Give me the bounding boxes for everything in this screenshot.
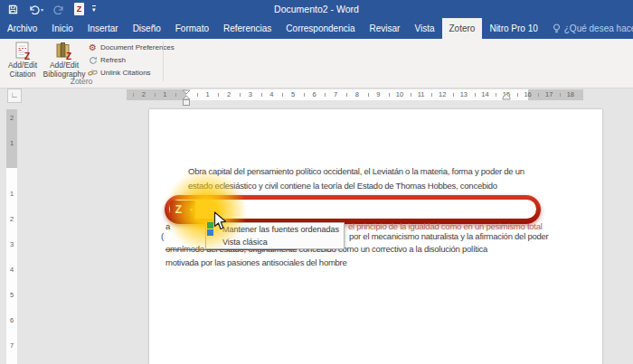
ruler-tick: [325, 93, 326, 97]
button-label: Unlink Citations: [100, 69, 151, 77]
undo-button[interactable]: ▾: [28, 5, 43, 14]
document-text-fragment: el principio de la igualdad como en un p…: [348, 221, 543, 231]
ruler-tick: [411, 93, 411, 97]
tab-archivo[interactable]: Archivo: [0, 18, 44, 39]
ruler-number: 11: [418, 90, 425, 98]
ruler-number: 12: [439, 90, 446, 98]
assist-label: ¿Qué desea hacer?: [564, 23, 633, 33]
ruler-number: 5: [291, 90, 295, 98]
ruler-tick: [133, 93, 134, 97]
document-text-fragment: a: [165, 221, 170, 231]
customize-toolbar-icon[interactable]: ▾: [92, 5, 96, 14]
ribbon-tab-row: ArchivoInicioInsertarDiseñoFormatoRefere…: [0, 18, 633, 39]
zotero-quick-icon[interactable]: Z: [74, 3, 84, 15]
undo-dropdown-icon[interactable]: ▾: [41, 6, 43, 13]
ruler-number: 7: [6, 341, 17, 350]
ruler-tick: [389, 93, 390, 97]
ruler-tick: [475, 93, 476, 97]
blue-square-icon: [207, 229, 213, 236]
button-label: Refresh: [100, 56, 126, 64]
tab-revisar[interactable]: Revisar: [363, 18, 408, 39]
drag-item-mini-icon: [207, 222, 213, 237]
document-text-line: estado eclesiástico y civil contiene la …: [188, 181, 497, 191]
ruler-tick: [240, 93, 241, 97]
ruler-number: 8: [355, 90, 359, 98]
left-indent-marker[interactable]: [183, 99, 190, 106]
ruler-number: 5: [6, 291, 17, 299]
tell-me-assist[interactable]: ¿Qué desea hacer?: [545, 18, 633, 39]
horizontal-ruler[interactable]: 21123456789101112131415161718: [127, 89, 583, 100]
ruler-number: 9: [376, 90, 380, 98]
save-icon[interactable]: [5, 2, 20, 16]
document-text-line: Obra capital del pensamiento político oc…: [188, 166, 524, 176]
document-text-fragment: (: [161, 231, 164, 241]
ribbon-group-divider: [163, 42, 164, 81]
ruler-number: 17: [545, 90, 553, 98]
ruler-number: 6: [313, 90, 316, 98]
tab-nitro-pro-10[interactable]: Nitro Pro 10: [482, 18, 544, 39]
chevron-down-icon[interactable]: ▼: [187, 201, 195, 219]
ruler-section: [127, 89, 186, 100]
word-window: Documento2 - Word ▾ Z ▾ ArchivoInicioIns…: [0, 0, 633, 364]
tab-selector-box[interactable]: ∟: [7, 89, 22, 103]
ruler-tick: [261, 93, 262, 97]
button-label: Add/Edit: [8, 61, 37, 70]
ruler-number: 14: [481, 90, 488, 98]
ruler-number: 13: [460, 90, 468, 98]
z-button-label: Z: [170, 201, 187, 219]
ruler-number: 4: [269, 90, 273, 98]
title-bar: Documento2 - Word ▾ Z ▾: [0, 0, 633, 18]
button-label: Add/Edit: [50, 61, 79, 70]
ruler-tick: [175, 93, 176, 97]
ruler-number: 3: [249, 90, 252, 98]
tab-insertar[interactable]: Insertar: [80, 18, 126, 39]
ruler-tick: [197, 93, 198, 97]
ruler-number: 3: [6, 240, 17, 248]
tab-correspondencia[interactable]: Correspondencia: [279, 18, 362, 39]
ruler-tick: [517, 93, 518, 97]
redo-icon[interactable]: [52, 2, 66, 16]
zotero-z-button[interactable]: Z ▼: [170, 201, 195, 219]
ruler-section: [528, 89, 583, 100]
gear-icon: ⚙: [88, 42, 98, 52]
tab-zotero[interactable]: Zotero: [442, 18, 483, 39]
tab-referencias[interactable]: Referencias: [216, 18, 279, 39]
tab-dise-o[interactable]: Diseño: [126, 18, 168, 39]
document-text-fragment: por el mecanicismo naturalista y la afir…: [349, 231, 548, 241]
ruler-tick: [431, 93, 432, 97]
menu-item-vista-clásica[interactable]: Vista clásica: [206, 236, 344, 248]
bibliography-icon: Z: [55, 41, 73, 61]
svg-text:Z: Z: [24, 51, 30, 61]
ruler-tick: [560, 93, 561, 97]
ribbon-group-label: Zotero: [0, 77, 163, 86]
quick-access-toolbar: ▾ Z ▾: [5, 0, 96, 18]
ribbon: Z Add/Edit Citation Z Add/Edit Bibliogra…: [0, 39, 633, 89]
citation-icon: Z: [14, 41, 32, 61]
ruler-number: 4: [6, 266, 17, 274]
tab-vista[interactable]: Vista: [407, 18, 441, 39]
refresh-icon: [88, 55, 98, 65]
ruler-number: 6: [6, 316, 17, 324]
ruler-number: 2: [142, 90, 146, 98]
svg-text:Z: Z: [66, 51, 71, 61]
vertical-ruler[interactable]: 211234567: [6, 108, 17, 364]
green-square-icon: [207, 222, 213, 229]
mouse-cursor: [213, 211, 228, 235]
ruler-number: 2: [227, 90, 231, 98]
ruler-number: 10: [396, 90, 403, 98]
refresh-button[interactable]: Refresh: [88, 54, 126, 66]
ruler-tick: [453, 93, 454, 97]
ruler-number: 1: [6, 190, 17, 198]
ruler-number: 7: [334, 90, 337, 98]
ruler-tick: [218, 93, 219, 97]
document-preferences-button[interactable]: ⚙ Document Preferences: [88, 42, 175, 53]
ruler-number: 1: [6, 139, 17, 147]
ruler-tick: [368, 93, 369, 97]
ruler-number: 2: [6, 215, 17, 223]
tabs-container: ArchivoInicioInsertarDiseñoFormatoRefere…: [0, 18, 545, 39]
tab-formato[interactable]: Formato: [168, 18, 216, 39]
right-indent-marker[interactable]: [502, 94, 511, 100]
tab-inicio[interactable]: Inicio: [44, 18, 80, 39]
ruler-number: 2: [6, 114, 17, 122]
lightbulb-icon: [553, 23, 561, 34]
